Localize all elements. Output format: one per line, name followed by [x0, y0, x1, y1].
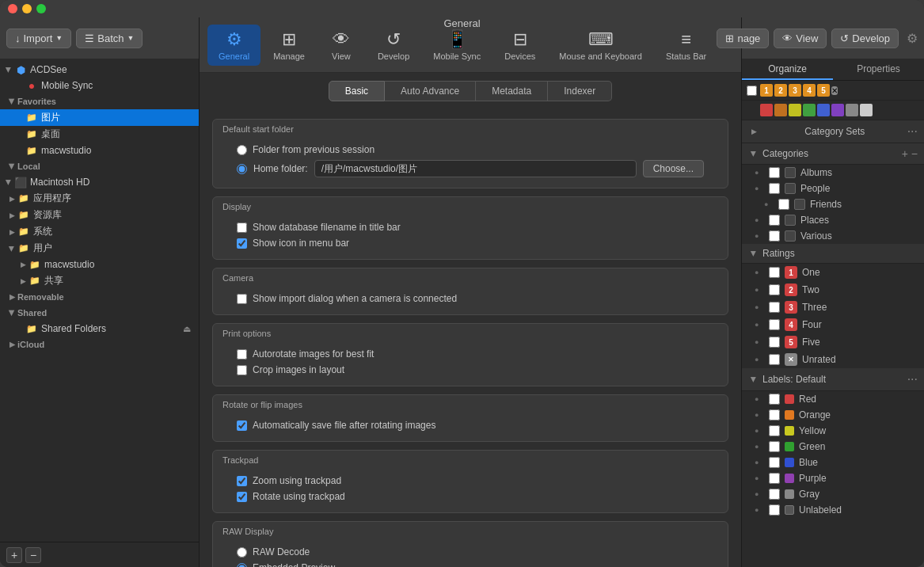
color-red-icon[interactable] [760, 104, 773, 116]
color-blue-icon[interactable] [817, 104, 830, 116]
checkbox-label-red[interactable] [769, 394, 780, 405]
checkbox-crop-layout[interactable] [237, 365, 247, 375]
star-x-icon[interactable]: ✕ [831, 86, 838, 95]
checkbox-label-purple[interactable] [769, 473, 780, 484]
sidebar-item-icloud[interactable]: ▶ iCloud [0, 337, 199, 352]
radio-prev-session[interactable] [237, 145, 247, 155]
all-checkbox[interactable] [747, 86, 757, 96]
tab-auto-advance[interactable]: Auto Advance [385, 81, 476, 101]
sidebar-item-users[interactable]: ▶ 📁 用户 [0, 240, 199, 257]
checkbox-show-icon-menu[interactable] [237, 238, 247, 249]
sidebar-item-apps[interactable]: ▶ 📁 应用程序 [0, 190, 199, 207]
checkbox-places[interactable] [769, 215, 780, 226]
color-gray-icon[interactable] [846, 104, 858, 116]
close-button[interactable] [8, 4, 17, 13]
tab-indexer[interactable]: Indexer [548, 81, 612, 101]
tab-basic[interactable]: Basic [329, 81, 385, 101]
add-button[interactable]: + [6, 547, 22, 563]
star-4-icon[interactable]: 4 [803, 84, 816, 97]
eject-icon[interactable]: ⏏ [183, 324, 191, 334]
remove-category-icon[interactable]: − [911, 147, 918, 160]
nav-manage[interactable]: ⊞ Manage [262, 25, 316, 66]
checkbox-rating-two[interactable] [769, 284, 780, 295]
nav-mouse-keyboard[interactable]: ⌨ Mouse and Keyboard [548, 25, 653, 66]
radio-raw-decode[interactable] [237, 547, 247, 557]
labels-header[interactable]: ▶ Labels: Default ··· [742, 368, 924, 391]
sidebar-item-acdsee[interactable]: ▶ ⬢ ACDSee [0, 62, 199, 78]
color-unlabeled-icon[interactable] [860, 104, 873, 116]
checkbox-label-gray[interactable] [769, 489, 780, 500]
sidebar-item-mobile-sync[interactable]: ● Mobile Sync [0, 78, 199, 93]
sidebar-item-macwstudio-fav[interactable]: 📁 macwstudio [0, 143, 199, 158]
nav-mobile-sync[interactable]: 📱 Mobile Sync [422, 25, 492, 66]
sidebar-item-macwstudio-local[interactable]: ▶ 📁 macwstudio [0, 257, 199, 272]
checkbox-label-blue[interactable] [769, 457, 780, 468]
sidebar-item-shared-folders[interactable]: 📁 Shared Folders ⏏ [0, 321, 199, 337]
batch-button[interactable]: ☰ Batch ▼ [76, 29, 143, 48]
checkbox-label-green[interactable] [769, 441, 780, 452]
color-yellow-icon[interactable] [789, 104, 801, 116]
checkbox-label-unlabeled[interactable] [769, 504, 780, 516]
checkbox-albums[interactable] [769, 167, 780, 178]
checkbox-rating-four[interactable] [769, 319, 780, 330]
checkbox-rotate-trackpad[interactable] [237, 492, 247, 502]
checkbox-show-import-dialog[interactable] [237, 294, 247, 304]
sidebar-item-shared[interactable]: ▶ Shared [0, 305, 199, 321]
home-folder-path-input[interactable] [314, 160, 637, 177]
tab-metadata[interactable]: Metadata [476, 81, 548, 101]
checkbox-autorotate[interactable] [237, 349, 247, 360]
sidebar-item-favorites[interactable]: ▶ Favorites [0, 93, 199, 109]
sidebar-item-desktop[interactable]: 📁 桌面 [0, 126, 199, 143]
color-green-icon[interactable] [803, 104, 816, 116]
minimize-button[interactable] [22, 4, 32, 13]
checkbox-zoom-trackpad[interactable] [237, 476, 247, 486]
sidebar-item-library[interactable]: ▶ 📁 资源库 [0, 207, 199, 223]
view-button[interactable]: 👁 View [774, 29, 827, 48]
tab-properties[interactable]: Properties [833, 59, 924, 80]
radio-home-folder[interactable] [237, 164, 247, 174]
develop-button[interactable]: ↺ Develop [831, 29, 899, 48]
sidebar-item-local[interactable]: ▶ Local [0, 158, 199, 174]
star-3-icon[interactable]: 3 [789, 84, 801, 97]
radio-embedded-preview[interactable] [237, 563, 247, 568]
nav-status-bar[interactable]: ≡ Status Bar [655, 25, 717, 66]
checkbox-friends[interactable] [778, 199, 789, 210]
manage-button[interactable]: ⊞ nage [717, 29, 769, 48]
color-orange-icon[interactable] [774, 104, 787, 116]
star-2-icon[interactable]: 2 [774, 84, 787, 97]
checkbox-various[interactable] [769, 230, 780, 242]
labels-more-icon[interactable]: ··· [907, 372, 918, 386]
maximize-button[interactable] [36, 4, 46, 13]
color-purple-icon[interactable] [831, 104, 844, 116]
sidebar-item-system[interactable]: ▶ 📁 系统 [0, 223, 199, 240]
sidebar-item-removable[interactable]: ▶ Removable [0, 289, 199, 305]
category-sets-more-icon[interactable]: ··· [907, 124, 918, 139]
checkbox-label-yellow[interactable] [769, 425, 780, 436]
ratings-header[interactable]: ▶ Ratings [742, 244, 924, 264]
nav-devices[interactable]: ⊟ Devices [493, 25, 546, 66]
category-sets-header[interactable]: ▶ Category Sets ··· [742, 120, 924, 143]
star-5-icon[interactable]: 5 [817, 84, 830, 97]
star-1-icon[interactable]: 1 [760, 84, 773, 97]
sidebar-item-macintosh-hd[interactable]: ▶ ⬛ Macintosh HD [0, 174, 199, 190]
add-category-icon[interactable]: + [902, 147, 908, 160]
categories-header[interactable]: ▶ Categories + − [742, 143, 924, 165]
checkbox-auto-save-rotating[interactable] [237, 420, 247, 431]
nav-develop[interactable]: ↺ Develop [367, 25, 420, 66]
checkbox-people[interactable] [769, 183, 780, 194]
remove-button[interactable]: − [25, 547, 41, 563]
nav-view[interactable]: 👁 View [318, 25, 365, 66]
checkbox-rating-one[interactable] [769, 267, 780, 278]
import-button[interactable]: ↓ Import ▼ [6, 29, 71, 48]
checkbox-rating-five[interactable] [769, 337, 780, 348]
tab-organize[interactable]: Organize [742, 59, 833, 80]
checkbox-rating-three[interactable] [769, 302, 780, 313]
checkbox-show-db-filename[interactable] [237, 223, 247, 233]
sidebar-item-pictures[interactable]: 📁 图片 [0, 109, 199, 126]
label-unlabeled-pin-icon: ● [755, 506, 764, 514]
choose-folder-button[interactable]: Choose... [643, 160, 704, 177]
nav-general[interactable]: ⚙ General [207, 25, 260, 66]
checkbox-label-orange[interactable] [769, 409, 780, 420]
checkbox-rating-unrated[interactable] [769, 354, 780, 365]
sidebar-item-shared-folder[interactable]: ▶ 📁 共享 [0, 272, 199, 289]
